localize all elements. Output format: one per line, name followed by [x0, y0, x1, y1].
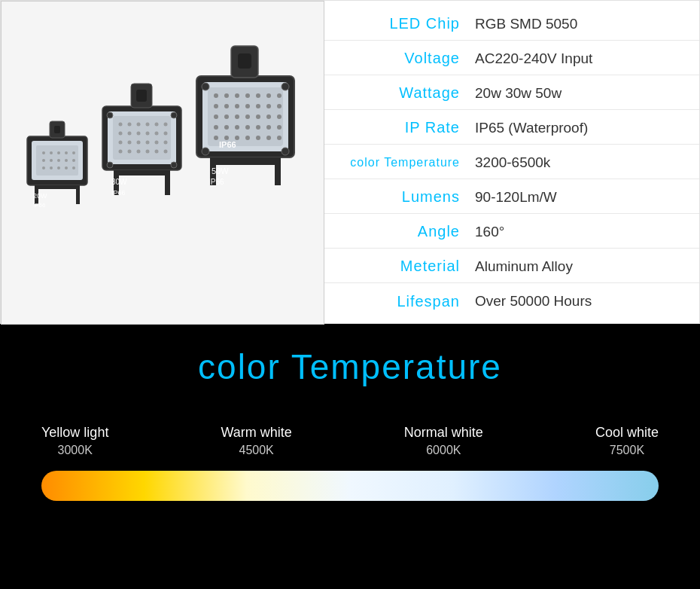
- bottom-section: color Temperature Yellow light 3000K War…: [0, 324, 700, 589]
- svg-point-94: [277, 136, 282, 140]
- svg-point-35: [155, 132, 159, 136]
- svg-point-80: [277, 114, 282, 119]
- svg-point-8: [42, 159, 45, 162]
- svg-point-74: [214, 114, 218, 119]
- flood-lights-image: 20W IP66: [16, 23, 309, 302]
- svg-text:IP66: IP66: [33, 202, 46, 209]
- spec-value-lifespan: Over 50000 Hours: [475, 293, 699, 310]
- svg-point-7: [72, 151, 75, 154]
- temp-name-normal: Normal white: [404, 425, 483, 441]
- temp-label-normal: Normal white 6000K: [404, 425, 483, 457]
- spec-label-led-chip: LED Chip: [324, 15, 475, 32]
- svg-point-16: [65, 166, 68, 169]
- svg-point-46: [146, 150, 150, 154]
- svg-point-28: [146, 123, 150, 127]
- svg-point-71: [256, 104, 260, 108]
- svg-point-15: [57, 166, 60, 169]
- svg-text:IP66: IP66: [111, 189, 126, 197]
- spec-label-meterial: Meterial: [324, 258, 475, 275]
- svg-point-70: [245, 104, 250, 108]
- svg-point-32: [128, 132, 132, 136]
- svg-point-33: [137, 132, 141, 136]
- svg-point-34: [146, 132, 150, 136]
- spec-row-ip-rate: IP Rate IP65 (Waterproof): [324, 111, 699, 145]
- svg-point-67: [214, 104, 218, 108]
- svg-point-39: [137, 141, 141, 145]
- svg-point-40: [146, 141, 150, 145]
- spec-value-angle: 160°: [475, 224, 699, 240]
- svg-point-60: [214, 93, 218, 98]
- svg-point-83: [235, 125, 239, 130]
- svg-point-41: [155, 141, 159, 145]
- svg-text:30W: 30W: [111, 178, 127, 186]
- svg-point-45: [137, 150, 141, 154]
- temp-label-yellow: Yellow light 3000K: [41, 425, 108, 457]
- svg-point-43: [119, 150, 123, 154]
- svg-point-93: [266, 136, 271, 140]
- svg-point-53: [107, 112, 113, 118]
- svg-point-79: [266, 114, 271, 119]
- svg-point-88: [214, 136, 218, 140]
- svg-point-100: [202, 83, 209, 90]
- color-temperature-gradient-bar: [41, 471, 659, 501]
- temp-name-yellow: Yellow light: [41, 425, 108, 441]
- svg-point-81: [214, 125, 218, 130]
- svg-point-17: [72, 166, 75, 169]
- svg-point-26: [128, 123, 132, 127]
- temp-label-cool: Cool white 7500K: [595, 425, 659, 457]
- svg-point-69: [235, 104, 239, 108]
- svg-point-65: [266, 93, 271, 98]
- svg-point-37: [119, 141, 123, 145]
- svg-point-36: [164, 132, 168, 136]
- svg-point-25: [119, 123, 123, 127]
- svg-point-38: [128, 141, 132, 145]
- svg-point-103: [282, 148, 289, 155]
- flood-lights-svg: 20W IP66: [20, 38, 306, 287]
- temp-value-normal: 6000K: [426, 444, 461, 457]
- svg-point-56: [171, 162, 177, 168]
- svg-point-77: [245, 114, 250, 119]
- svg-rect-96: [238, 53, 251, 69]
- spec-row-meterial: Meterial Aluminum Alloy: [324, 250, 699, 283]
- svg-point-6: [65, 151, 68, 154]
- spec-row-lifespan: Lifespan Over 50000 Hours: [324, 285, 699, 318]
- svg-point-62: [235, 93, 239, 98]
- spec-row-wattage: Wattage 20w 30w 50w: [324, 77, 699, 110]
- svg-text:IP66: IP66: [219, 140, 236, 149]
- temp-value-warm: 4500K: [239, 444, 273, 457]
- svg-point-9: [50, 159, 53, 162]
- svg-point-85: [256, 125, 260, 130]
- temperature-bar-section: Yellow light 3000K Warm white 4500K Norm…: [41, 425, 659, 501]
- svg-rect-50: [136, 90, 147, 102]
- spec-label-ip-rate: IP Rate: [324, 119, 475, 136]
- spec-row-lumens: Lumens 90-120Lm/W: [324, 181, 699, 214]
- svg-point-55: [107, 162, 113, 168]
- svg-point-72: [266, 104, 271, 108]
- product-image-panel: 20W IP66: [1, 1, 324, 325]
- svg-point-48: [164, 150, 168, 154]
- spec-value-wattage: 20w 30w 50w: [475, 85, 699, 102]
- spec-row-led-chip: LED Chip RGB SMD 5050: [324, 8, 699, 41]
- svg-point-61: [224, 93, 229, 98]
- spec-label-voltage: Voltage: [324, 50, 475, 67]
- spec-label-color-temp: color Temperature: [324, 156, 475, 169]
- svg-point-76: [235, 114, 239, 119]
- svg-point-4: [50, 151, 53, 154]
- temp-name-cool: Cool white: [595, 425, 659, 441]
- svg-point-30: [164, 123, 168, 127]
- spec-row-voltage: Voltage AC220-240V Input: [324, 42, 699, 75]
- svg-text:IP66: IP66: [208, 178, 224, 186]
- svg-point-5: [57, 151, 60, 154]
- specs-panel: LED Chip RGB SMD 5050 Voltage AC220-240V…: [324, 1, 699, 325]
- spec-value-meterial: Aluminum Alloy: [475, 258, 699, 275]
- svg-point-13: [42, 166, 45, 169]
- spec-label-wattage: Wattage: [324, 84, 475, 102]
- spec-value-ip-rate: IP65 (Waterproof): [475, 120, 699, 136]
- spec-row-color-temp: color Temperature 3200-6500k: [324, 146, 699, 179]
- temp-name-warm: Warm white: [221, 425, 291, 441]
- temp-value-yellow: 3000K: [58, 444, 93, 457]
- svg-point-44: [128, 150, 132, 154]
- svg-point-42: [164, 141, 168, 145]
- svg-point-75: [224, 114, 229, 119]
- svg-point-92: [256, 136, 260, 140]
